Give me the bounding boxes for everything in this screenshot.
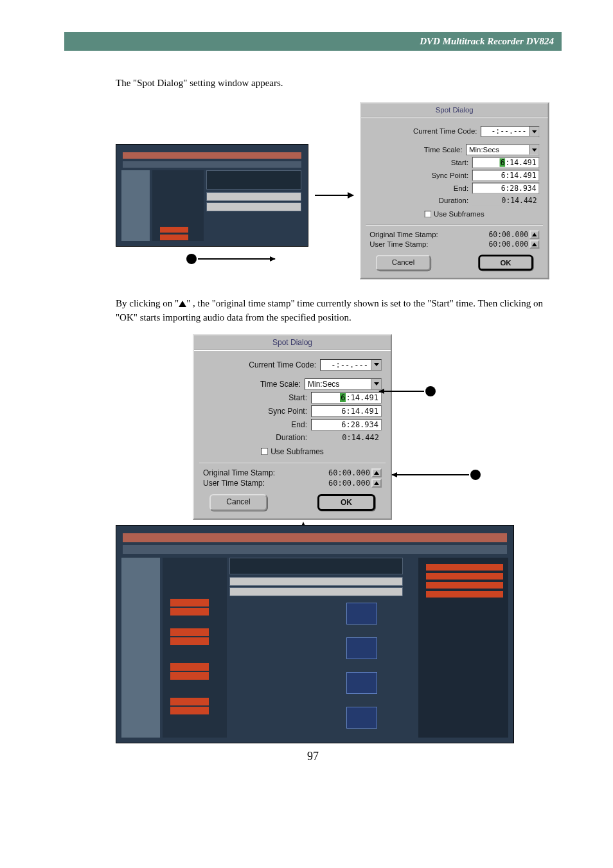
page-number: 97	[64, 750, 562, 763]
daw-screenshot-big	[116, 525, 514, 743]
original-ts-label: Original Time Stamp:	[369, 230, 438, 238]
start-input[interactable]: 6:14.491	[472, 157, 540, 168]
use-subframes-check[interactable]: Use Subframes	[425, 209, 484, 218]
spot-dialog-zoom: Spot Dialog Current Time Code: -:--.--- …	[193, 334, 392, 520]
dialog-title: Spot Dialog	[361, 103, 548, 118]
original-ts-value: 60:00.000	[488, 230, 528, 238]
sync-input[interactable]: 6:14.491	[311, 405, 382, 417]
intro-text: The "Spot Dialog" setting window appears…	[116, 76, 562, 91]
use-subframes-label: Use Subframes	[434, 209, 484, 218]
time-scale-select[interactable]: Min:Secs	[466, 144, 539, 155]
up-triangle-icon	[179, 301, 186, 307]
ctc-value: -:--.---	[321, 360, 371, 370]
ok-button[interactable]: OK	[478, 254, 533, 270]
time-scale-value: Min:Secs	[305, 379, 371, 389]
use-subframes-label: Use Subframes	[271, 447, 324, 456]
time-scale-value: Min:Secs	[466, 145, 529, 154]
up-arrow-button[interactable]	[529, 240, 539, 248]
sync-label: Sync Point:	[369, 171, 468, 179]
user-ts-value: 60:00.000	[488, 240, 528, 248]
chevron-down-icon[interactable]	[371, 379, 381, 389]
ctc-label: Current Time Code:	[369, 127, 477, 136]
cancel-button[interactable]: Cancel	[376, 254, 431, 270]
duration-value: 0:14.442	[472, 195, 540, 205]
user-ts-label: User Time Stamp:	[203, 479, 265, 488]
use-subframes-check[interactable]: Use Subframes	[261, 447, 324, 456]
original-ts-label: Original Time Stamp:	[203, 468, 275, 477]
page-header: DVD Multitrack Recorder DV824	[64, 32, 562, 51]
ctc-select[interactable]: -:--.---	[320, 359, 382, 371]
end-input[interactable]: 6:28.934	[472, 182, 540, 193]
duration-label: Duration:	[369, 196, 468, 204]
duration-value: 0:14.442	[311, 432, 382, 443]
chevron-down-icon[interactable]	[529, 145, 538, 154]
figure-1: Spot Dialog Current Time Code: -:--.--- …	[116, 102, 562, 288]
duration-label: Duration:	[203, 433, 307, 442]
checkbox-icon[interactable]	[425, 210, 431, 217]
up-arrow-button[interactable]	[371, 479, 382, 488]
ctc-label: Current Time Code:	[203, 360, 316, 369]
start-label: Start:	[369, 158, 468, 166]
up-arrow-button[interactable]	[529, 230, 539, 238]
explain-text: By clicking on "" , the "original time s…	[116, 297, 562, 325]
sync-input[interactable]: 6:14.491	[472, 170, 540, 181]
user-ts-label: User Time Stamp:	[369, 240, 428, 248]
chevron-down-icon[interactable]	[529, 127, 538, 136]
daw-screenshot-small	[116, 144, 308, 247]
chevron-down-icon[interactable]	[371, 360, 381, 370]
start-label: Start:	[203, 393, 307, 402]
ctc-select[interactable]: -:--.---	[481, 126, 539, 137]
end-label: End:	[369, 184, 468, 192]
cancel-button[interactable]: Cancel	[209, 494, 267, 511]
dialog-title: Spot Dialog	[194, 335, 391, 351]
time-scale-label: Time Scale:	[369, 145, 462, 154]
ok-button[interactable]: OK	[317, 494, 375, 511]
up-arrow-button[interactable]	[371, 468, 382, 477]
time-scale-select[interactable]: Min:Secs	[305, 378, 382, 390]
checkbox-icon[interactable]	[261, 448, 268, 455]
end-label: End:	[203, 420, 307, 429]
original-ts-value: 60:00.000	[328, 468, 370, 477]
callout-arrow	[379, 391, 424, 392]
callout-arrow	[392, 474, 469, 475]
end-input[interactable]: 6:28.934	[311, 419, 382, 430]
time-scale-label: Time Scale:	[203, 380, 301, 389]
start-input[interactable]: 6:14.491	[311, 392, 382, 403]
sync-label: Sync Point:	[203, 407, 307, 416]
spot-dialog-thumbnail: Spot Dialog Current Time Code: -:--.--- …	[360, 102, 549, 279]
ctc-value: -:--.---	[481, 127, 529, 136]
user-ts-value: 60:00.000	[328, 479, 370, 488]
